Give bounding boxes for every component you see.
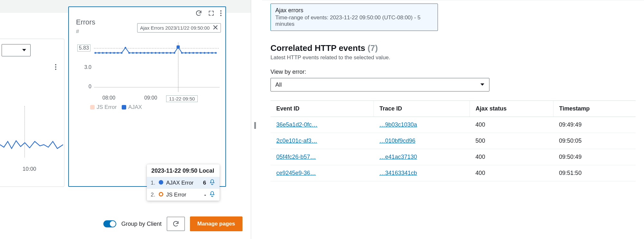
card-menu-button[interactable] — [55, 61, 56, 70]
trace-id-link[interactable]: …010bf9cd96 — [379, 138, 415, 144]
tooltip-row[interactable]: 1. AJAX Error 6 — [147, 177, 220, 189]
svg-point-8 — [117, 52, 119, 54]
svg-point-32 — [211, 52, 213, 54]
section-title: Correlated HTTP events (7) — [270, 43, 636, 53]
legend-item[interactable]: JS Error — [90, 104, 117, 110]
info-title: Ajax errors — [275, 7, 433, 14]
col-ajax-status[interactable]: Ajax status — [470, 101, 553, 117]
section-subtitle: Latest HTTP events related to the select… — [270, 54, 636, 61]
svg-point-23 — [174, 52, 175, 54]
svg-point-10 — [125, 47, 126, 48]
svg-point-26 — [189, 52, 190, 54]
select-value: All — [275, 81, 282, 88]
legend-item[interactable]: AJAX — [122, 104, 142, 110]
svg-point-11 — [128, 52, 130, 54]
refresh-button[interactable] — [167, 217, 185, 231]
timestamp: 09:49:49 — [553, 117, 636, 133]
col-event-id[interactable]: Event ID — [270, 101, 374, 117]
svg-point-3 — [98, 52, 100, 54]
trace-id-link[interactable]: …34163341cb — [379, 170, 417, 176]
col-timestamp[interactable]: Timestamp — [553, 101, 636, 117]
table-row: 05f4fc26-b57… …e41ac37130 400 09:50:49 — [270, 149, 636, 165]
svg-point-4 — [102, 52, 104, 54]
series-name: JS Error — [166, 192, 196, 198]
left-content: 10:00 Errors — [0, 0, 251, 187]
ajax-status: 400 — [470, 165, 553, 181]
caret-down-icon — [480, 83, 485, 86]
refresh-icon — [172, 220, 179, 227]
selected-time-label: 11-22 09:50 — [166, 95, 198, 102]
svg-point-14 — [140, 52, 141, 54]
legend-swatch — [90, 105, 95, 110]
x-tick: 08:00 — [102, 95, 115, 101]
chip-label: Ajax Errors 2023/11/22 09:50:00 — [140, 25, 210, 31]
svg-point-25 — [185, 52, 186, 54]
close-icon — [213, 25, 218, 30]
col-trace-id[interactable]: Trace ID — [374, 101, 470, 117]
event-id-link[interactable]: 2c0e101c-af3… — [276, 138, 317, 144]
table-row: 36e5a1d2-0fc… …9b03c1030a 400 09:49:49 — [270, 117, 636, 133]
app-root: 10:00 Errors — [0, 0, 644, 239]
series-marker — [158, 180, 164, 186]
trace-id-link[interactable]: …e41ac37130 — [379, 154, 417, 160]
card-menu-button[interactable] — [220, 10, 222, 16]
svg-point-7 — [113, 52, 115, 54]
svg-point-31 — [207, 52, 209, 54]
svg-point-30 — [204, 52, 205, 54]
table-row: ce9245e9-36… …34163341cb 400 09:51:50 — [270, 165, 636, 181]
info-subtitle: Time-range of events: 2023-11-22 09:50:0… — [275, 14, 433, 27]
series-marker — [158, 192, 164, 198]
section-count: (7) — [368, 43, 378, 53]
errors-chart-card[interactable]: Errors Ajax Errors 2023/11/22 09:50:00 #… — [68, 6, 226, 187]
trace-id-link[interactable]: …9b03c1030a — [379, 121, 417, 128]
create-alarm-button[interactable] — [209, 179, 216, 187]
create-alarm-button[interactable] — [209, 191, 216, 199]
x-tick-label: 10:00 — [23, 166, 36, 172]
y-tick: 3.0 — [78, 64, 91, 70]
right-panel: Ajax errors Time-range of events: 2023-1… — [262, 0, 644, 239]
events-table: Event ID Trace ID Ajax status Timestamp … — [270, 100, 636, 181]
section-title-text: Correlated HTTP events — [270, 43, 365, 53]
y-tick: 0 — [78, 84, 91, 90]
expand-button[interactable] — [208, 10, 214, 16]
active-filter-chip[interactable]: Ajax Errors 2023/11/22 09:50:00 — [137, 23, 221, 33]
svg-point-12 — [132, 52, 134, 54]
legend-label: JS Error — [97, 104, 117, 110]
adjacent-chart-card: 10:00 — [0, 39, 64, 187]
panel-resizer[interactable]: || — [251, 0, 262, 239]
event-id-link[interactable]: 05f4fc26-b57… — [276, 154, 316, 160]
svg-point-28 — [196, 52, 198, 54]
svg-point-21 — [166, 52, 168, 54]
svg-point-33 — [215, 52, 217, 54]
table-row: 2c0e101c-af3… …010bf9cd96 500 09:50:05 — [270, 133, 636, 149]
svg-point-15 — [143, 52, 145, 54]
event-id-link[interactable]: 36e5a1d2-0fc… — [276, 121, 317, 128]
svg-point-19 — [158, 52, 160, 54]
error-filter-select[interactable]: All — [270, 78, 489, 91]
bell-icon — [209, 191, 215, 197]
chip-clear-button[interactable] — [213, 25, 218, 31]
chart-area[interactable]: 5.83 3.0 0 — [76, 43, 221, 102]
event-id-link[interactable]: ce9245e9-36… — [276, 170, 316, 176]
svg-point-27 — [193, 52, 194, 54]
line-chart — [94, 43, 220, 92]
svg-point-29 — [200, 52, 202, 54]
left-panel: 10:00 Errors — [0, 0, 251, 239]
metric-select[interactable] — [2, 44, 31, 56]
refresh-button[interactable] — [195, 10, 202, 17]
svg-point-5 — [106, 52, 107, 54]
ajax-status: 400 — [470, 117, 553, 133]
svg-point-20 — [162, 52, 164, 54]
manage-pages-button[interactable]: Manage pages — [190, 216, 242, 231]
series-value: - — [199, 192, 206, 198]
series-value: 6 — [199, 180, 206, 186]
group-by-client-toggle[interactable] — [103, 220, 116, 227]
charts-row: 10:00 Errors — [0, 13, 251, 187]
tooltip-row[interactable]: 2. JS Error - — [147, 189, 220, 201]
active-filter-chip-row: Ajax Errors 2023/11/22 09:50:00 — [137, 23, 221, 33]
svg-point-2 — [94, 52, 96, 54]
tooltip-title: 2023-11-22 09:50 Local — [147, 164, 220, 177]
svg-point-13 — [136, 52, 137, 54]
y-tick: 5.83 — [77, 44, 90, 52]
row-index: 1. — [151, 180, 156, 186]
